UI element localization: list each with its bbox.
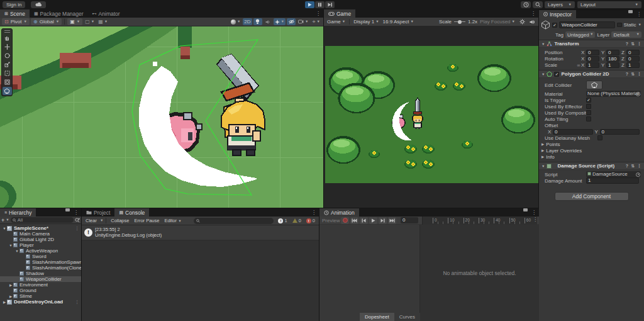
game-view-dropdown[interactable]: Game▼ [326, 18, 347, 25]
camera-settings-dropdown[interactable]: ▼ [297, 18, 309, 25]
transform-tool[interactable] [3, 78, 12, 86]
move-tool[interactable] [3, 43, 12, 51]
last-key-button[interactable] [388, 217, 396, 224]
tag-dropdown[interactable]: Untagged▼ [565, 31, 596, 38]
sign-in-button[interactable]: Sign in [3, 1, 25, 8]
transform-scale-x-field[interactable]: 1 [586, 62, 599, 68]
toolbar-drag-handle[interactable] [4, 30, 10, 33]
foldout-arrow-icon[interactable]: ▼ [14, 249, 19, 253]
panel-menu-icon[interactable]: ⋮ [528, 9, 538, 18]
create-dropdown-icon[interactable]: ▼ [6, 218, 9, 222]
animation-dopesheet-area[interactable]: No animatable object selected. [420, 225, 539, 321]
offset-y-field[interactable]: 0 [600, 129, 640, 135]
panel-menu-icon[interactable]: ⋮ [313, 9, 323, 18]
hierarchy-item-dontdestroyonload[interactable]: ▶DontDestroyOnLoad⋮ [0, 299, 81, 305]
pivot-dropdown[interactable]: ⊡Pivot▼ [2, 18, 30, 25]
preview-button[interactable]: Preview [322, 218, 340, 223]
edit-collider-button[interactable] [586, 81, 602, 89]
active-checkbox[interactable]: ✓ [552, 23, 557, 28]
scene-visibility-dropdown[interactable]: ▣▼ [67, 18, 82, 25]
damage-source-header[interactable]: ▼ Damage Source (Script) ?⇅⋮ [539, 162, 644, 170]
hierarchy-item-samplescene-[interactable]: ▼SampleScene*⋮ [0, 225, 81, 231]
tab-animation[interactable]: Animation [319, 208, 359, 217]
animation-property-list[interactable] [319, 225, 420, 321]
add-component-button[interactable]: Add Component [555, 192, 629, 201]
damage-amount-field[interactable]: 1 [586, 177, 639, 184]
gizmos-dropdown[interactable]: ⌖▼ [311, 18, 321, 25]
create-button[interactable]: + [1, 217, 4, 223]
editor-dropdown[interactable]: Editor ▼ [162, 218, 183, 223]
preset-icon[interactable]: ⇅ [631, 164, 635, 169]
transform-position-y-field[interactable]: 0 [606, 50, 619, 55]
help-icon[interactable]: ? [626, 72, 628, 76]
hierarchy-item-activeweapon[interactable]: ▼ActiveWeapon [0, 248, 81, 254]
aspect-dropdown[interactable]: 16:9 Aspect▼ [382, 18, 415, 25]
material-object-field[interactable]: None (Physics Material 2D [586, 91, 641, 97]
mute-audio-button[interactable] [528, 18, 536, 25]
tab-project[interactable]: Project [82, 208, 114, 217]
transform-rotation-y-field[interactable]: 180 [606, 56, 619, 62]
hierarchy-item-sword[interactable]: Sword [0, 254, 81, 259]
static-dropdown-icon[interactable]: ▼ [638, 23, 641, 27]
play-button[interactable] [305, 1, 314, 8]
checkbox[interactable] [586, 116, 591, 121]
help-icon[interactable]: ? [626, 42, 628, 46]
checkbox[interactable] [586, 110, 591, 115]
lock-icon[interactable] [65, 208, 70, 211]
audio-toggle[interactable] [264, 18, 272, 25]
error-count-badge[interactable]: !0 [304, 218, 317, 223]
checkbox[interactable]: ✓ [586, 98, 591, 103]
record-button[interactable] [341, 217, 349, 224]
hierarchy-item-player[interactable]: ▼Player [0, 242, 81, 248]
scale-tool[interactable] [3, 60, 12, 69]
hierarchy-item-weaponcollider[interactable]: WeaponCollider [0, 276, 81, 282]
console-log-entry[interactable]: ! [23:35:55] 2 UnityEngine.Debug:Log (ob… [82, 225, 319, 240]
collider-enabled-checkbox[interactable]: ✓ [554, 72, 559, 77]
prev-key-button[interactable] [360, 217, 368, 224]
panel-menu-icon[interactable]: ⋮ [634, 10, 644, 18]
scale-link-icon[interactable]: ∞ [576, 63, 581, 67]
item-menu-icon[interactable]: ⋮ [75, 226, 81, 231]
first-key-button[interactable] [350, 217, 358, 224]
warning-count-badge[interactable]: 0 [291, 218, 303, 223]
panel-menu-icon[interactable]: ⋮ [309, 208, 319, 217]
error-pause-button[interactable]: Error Pause [132, 218, 161, 223]
next-key-button[interactable] [379, 217, 387, 224]
foldout-arrow-icon[interactable]: ▶ [8, 283, 13, 287]
checkbox[interactable] [586, 104, 591, 109]
transform-rotation-z-field[interactable]: 0 [626, 56, 640, 62]
hierarchy-item-shadow[interactable]: Shadow [0, 271, 81, 276]
play-focused-dropdown[interactable]: Play Focused▼ [479, 18, 516, 25]
view-hand-tool[interactable] [3, 34, 12, 42]
info-count-badge[interactable]: !1 [276, 218, 289, 223]
play-animation-button[interactable] [369, 217, 377, 224]
static-checkbox[interactable] [617, 23, 622, 27]
layout-dropdown[interactable]: Layout▼ [577, 1, 641, 8]
dopesheet-tab[interactable]: Dopesheet [360, 313, 394, 321]
scene-visibility-toggle[interactable] [287, 18, 296, 25]
global-dropdown[interactable]: ⊕Global▼ [31, 18, 62, 25]
gameobject-name-field[interactable]: WeaponCollider [559, 21, 615, 28]
component-menu-icon[interactable]: ⋮ [637, 164, 641, 169]
scale-slider-knob[interactable] [458, 20, 462, 24]
hierarchy-item-slime[interactable]: ▶Slime [0, 293, 81, 299]
panel-menu-icon[interactable]: ⋮ [530, 217, 540, 222]
lock-icon[interactable] [523, 208, 528, 211]
transform-rotation-x-field[interactable]: 0 [586, 56, 599, 62]
rect-tool[interactable] [3, 69, 12, 77]
foldout-points[interactable]: ▶Points [539, 141, 644, 147]
tab-game[interactable]: Game [324, 9, 355, 18]
step-button[interactable] [325, 1, 335, 8]
edit-collider-tool[interactable] [3, 87, 12, 95]
layers-dropdown[interactable]: Layers▼ [545, 1, 575, 8]
tab-animator[interactable]: ⊷Animator [88, 9, 125, 18]
help-icon[interactable]: ? [626, 164, 628, 168]
scale-slider[interactable] [454, 21, 465, 22]
component-menu-icon[interactable]: ⋮ [637, 42, 641, 47]
draw-mode-dropdown[interactable]: ▼ [230, 18, 242, 25]
hierarchy-search-field[interactable]: All [11, 217, 74, 223]
hierarchy-item-ground[interactable]: Ground [0, 288, 81, 293]
offset-x-field[interactable]: 0 [553, 129, 593, 135]
saved-search-icon[interactable] [75, 218, 80, 223]
clear-button[interactable]: Clear [84, 218, 99, 223]
